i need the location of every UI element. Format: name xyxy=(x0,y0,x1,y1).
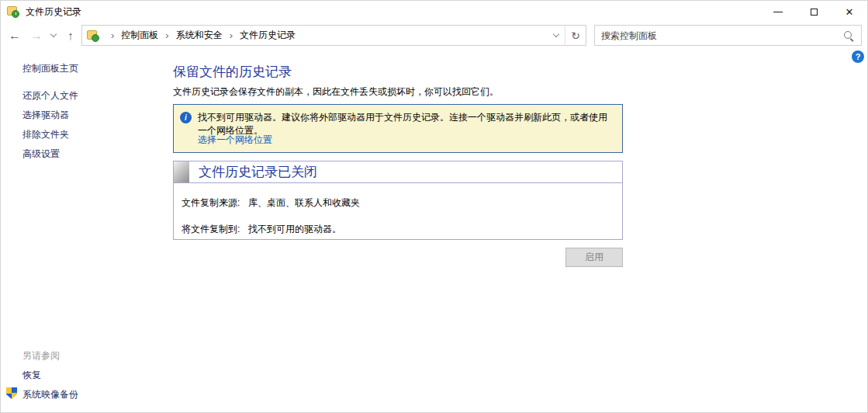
status-glyph-icon xyxy=(174,161,189,182)
recent-pages-dropdown[interactable] xyxy=(47,23,60,48)
breadcrumb-file-history[interactable]: 文件历史记录 xyxy=(240,29,296,42)
copy-from-label: 文件复制来源: xyxy=(182,196,248,210)
breadcrumb-separator: › xyxy=(158,30,175,41)
page-description: 文件历史记录会保存文件的副本，因此在文件丢失或损坏时，你可以找回它们。 xyxy=(173,85,499,99)
maximize-button[interactable] xyxy=(796,1,832,23)
navigation-toolbar: ← → ↑ › 控制面板 › 系统和安全 › 文件历史记录 ↻ xyxy=(1,23,867,48)
address-bar[interactable]: › 控制面板 › 系统和安全 › 文件历史记录 ↻ xyxy=(81,25,586,46)
enable-button[interactable]: 启用 xyxy=(565,248,623,267)
file-history-status-panel: 文件历史记录已关闭 文件复制来源: 库、桌面、联系人和收藏夹 将文件复制到: 找… xyxy=(173,161,623,240)
window-controls: — ✕ xyxy=(760,1,867,23)
file-history-location-icon xyxy=(87,30,99,42)
search-box xyxy=(594,25,862,46)
file-history-app-icon xyxy=(7,5,19,18)
address-dropdown-button[interactable] xyxy=(547,26,565,45)
breadcrumb-separator: › xyxy=(223,30,240,41)
sidebar-item-advanced-settings[interactable]: 高级设置 xyxy=(22,148,60,161)
status-row-copy-to: 将文件复制到: 找不到可用的驱动器。 xyxy=(182,223,611,236)
titlebar: 文件历史记录 — ✕ xyxy=(1,1,867,23)
refresh-icon: ↻ xyxy=(571,30,580,42)
up-button[interactable]: ↑ xyxy=(61,23,80,48)
forward-button[interactable]: → xyxy=(27,23,46,48)
maximize-icon xyxy=(811,9,818,16)
minimize-icon: — xyxy=(773,6,783,17)
back-button[interactable]: ← xyxy=(5,23,24,48)
status-title: 文件历史记录已关闭 xyxy=(199,163,317,181)
help-button[interactable]: ? xyxy=(852,50,864,63)
copy-to-label: 将文件复制到: xyxy=(182,223,248,236)
file-history-window: 文件历史记录 — ✕ ← → ↑ › 控制面板 › 系统和安全 › 文件历史记录… xyxy=(0,0,868,413)
sidebar-item-exclude-folders[interactable]: 排除文件夹 xyxy=(22,128,69,141)
up-icon: ↑ xyxy=(67,29,74,42)
sidebar-item-recovery[interactable]: 恢复 xyxy=(22,369,41,382)
close-icon: ✕ xyxy=(846,6,854,18)
sidebar-item-system-image-backup[interactable]: 系统映像备份 xyxy=(22,388,78,401)
help-icon: ? xyxy=(856,52,861,61)
copy-to-value: 找不到可用的驱动器。 xyxy=(248,223,341,236)
status-body: 文件复制来源: 库、桌面、联系人和收藏夹 将文件复制到: 找不到可用的驱动器。 xyxy=(174,183,622,236)
copy-from-value: 库、桌面、联系人和收藏夹 xyxy=(248,196,360,210)
window-title: 文件历史记录 xyxy=(26,5,81,19)
info-icon: i xyxy=(180,112,192,123)
breadcrumb-system-security[interactable]: 系统和安全 xyxy=(176,29,223,42)
breadcrumb-separator: › xyxy=(104,30,121,41)
select-network-location-link[interactable]: 选择一个网络位置 xyxy=(198,134,272,147)
close-button[interactable]: ✕ xyxy=(832,1,867,23)
search-icon[interactable] xyxy=(842,30,855,42)
refresh-button[interactable]: ↻ xyxy=(565,26,586,45)
forward-icon: → xyxy=(30,29,43,43)
no-drive-notice: i 找不到可用驱动器。建议你将外部驱动器用于文件历史记录。连接一个驱动器并刷新此… xyxy=(173,104,623,153)
uac-shield-icon xyxy=(6,387,17,399)
chevron-down-icon xyxy=(50,31,57,37)
breadcrumb-control-panel[interactable]: 控制面板 xyxy=(121,29,158,42)
status-row-copy-from: 文件复制来源: 库、桌面、联系人和收藏夹 xyxy=(182,196,611,210)
back-icon: ← xyxy=(9,29,21,43)
search-input[interactable] xyxy=(595,30,842,41)
sidebar-item-control-panel-home[interactable]: 控制面板主页 xyxy=(22,62,78,75)
chevron-down-icon xyxy=(552,31,558,37)
status-header: 文件历史记录已关闭 xyxy=(174,161,622,183)
page-title: 保留文件的历史记录 xyxy=(173,63,292,81)
sidebar-item-restore-personal-files[interactable]: 还原个人文件 xyxy=(22,89,78,102)
see-also-heading: 另请参阅 xyxy=(22,349,60,363)
minimize-button[interactable]: — xyxy=(760,1,796,23)
sidebar-item-select-drive[interactable]: 选择驱动器 xyxy=(22,109,69,122)
